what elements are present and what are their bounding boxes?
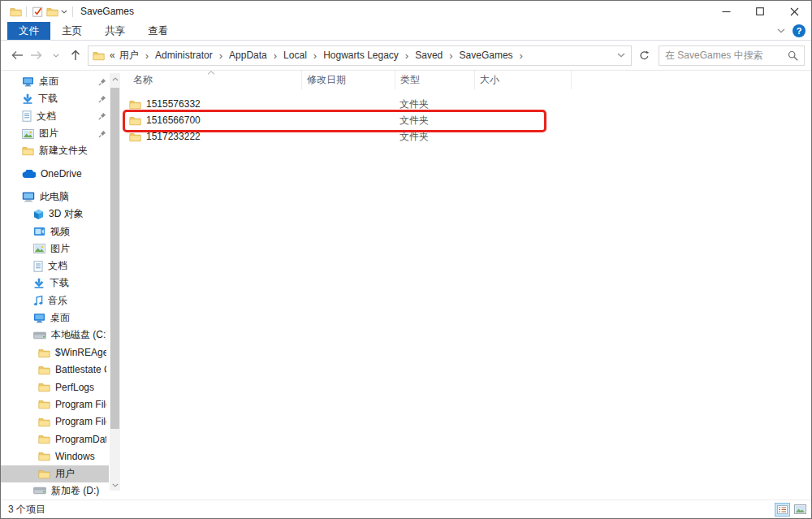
- sidebar-item[interactable]: Program Files: [1, 396, 109, 413]
- sidebar-item[interactable]: 桌面: [1, 309, 109, 327]
- sidebar-item-label: 视频: [50, 225, 70, 239]
- folder-icon: [38, 451, 50, 461]
- ribbon-tab[interactable]: 主页: [50, 22, 93, 40]
- sidebar-item[interactable]: 此电脑: [1, 188, 109, 205]
- folder-icon: [38, 365, 50, 375]
- maximize-button[interactable]: [743, 1, 777, 22]
- sidebar-item[interactable]: 文档: [1, 108, 109, 125]
- breadcrumb-item[interactable]: SaveGames: [458, 50, 515, 61]
- address-dropdown-chevron-icon[interactable]: [611, 46, 631, 65]
- sidebar-item[interactable]: 图片: [1, 240, 109, 257]
- breadcrumb-separator: ›: [400, 50, 413, 62]
- sidebar-item-label: Program Files: [55, 416, 106, 427]
- sidebar-item[interactable]: 音乐: [1, 292, 109, 309]
- sidebar-item-label: 本地磁盘 (C:): [51, 328, 106, 342]
- ribbon-tab[interactable]: 查看: [136, 22, 179, 40]
- column-header-date-modified[interactable]: 修改日期: [301, 71, 395, 89]
- scroll-up-icon[interactable]: [112, 73, 119, 84]
- qat-newfolder-icon[interactable]: [45, 4, 59, 19]
- explorer-body: 桌面下载文档图片新建文件夹OneDrive此电脑3D 对象视频图片文档下载音乐桌…: [1, 71, 811, 500]
- address-folder-icon: [93, 50, 105, 61]
- breadcrumb-item[interactable]: Saved: [413, 50, 444, 61]
- titlebar: SaveGames: [1, 1, 811, 22]
- help-icon[interactable]: ?: [793, 24, 806, 37]
- sidebar-item-label: Program Files: [55, 399, 106, 410]
- refresh-button[interactable]: [632, 45, 656, 66]
- breadcrumb: 用户›Administrator›AppData›Local›Hogwarts …: [118, 49, 528, 63]
- sidebar-item[interactable]: 用户: [1, 465, 109, 482]
- back-button[interactable]: [7, 45, 27, 66]
- sidebar-item[interactable]: Windows: [1, 448, 109, 465]
- sidebar-item[interactable]: 下载: [1, 275, 109, 292]
- scroll-down-icon[interactable]: [110, 479, 120, 491]
- address-bar[interactable]: « 用户›Administrator›AppData›Local›Hogwart…: [88, 45, 632, 66]
- table-row[interactable]: 1517233222文件夹: [123, 128, 811, 145]
- sidebar-item[interactable]: Program Files: [1, 413, 109, 430]
- folder-icon: [38, 434, 50, 444]
- breadcrumb-item[interactable]: AppData: [227, 50, 269, 61]
- folder-icon: [38, 417, 50, 427]
- sidebar-item-label: 新加卷 (D:): [51, 484, 99, 498]
- window-title: SaveGames: [80, 6, 134, 17]
- breadcrumb-item[interactable]: Local: [282, 50, 309, 61]
- folder-icon: [129, 115, 141, 126]
- minimize-button[interactable]: [709, 1, 743, 22]
- thumbnail-view-button[interactable]: [793, 503, 808, 517]
- sidebar-item[interactable]: 图片: [1, 125, 109, 142]
- sidebar-item-label: PerfLogs: [55, 382, 94, 393]
- scrollbar-thumb[interactable]: [110, 88, 119, 429]
- folder-icon: [22, 145, 34, 156]
- close-button[interactable]: [777, 1, 811, 22]
- recent-locations-chevron-icon[interactable]: [46, 45, 66, 66]
- sidebar-item[interactable]: PerfLogs: [1, 378, 109, 396]
- sidebar-item[interactable]: 3D 对象: [1, 205, 109, 223]
- sidebar-item-label: 音乐: [48, 294, 67, 308]
- ribbon-tab[interactable]: 文件: [7, 22, 50, 40]
- breadcrumb-item[interactable]: 用户: [118, 49, 140, 63]
- breadcrumb-item[interactable]: Administrator: [153, 50, 214, 61]
- sidebar-scrollbar[interactable]: [110, 73, 120, 491]
- up-button[interactable]: [66, 45, 85, 66]
- breadcrumb-item[interactable]: Hogwarts Legacy: [322, 50, 400, 61]
- sidebar-item-label: 图片: [39, 127, 58, 141]
- search-icon[interactable]: [788, 50, 798, 61]
- qat-customize-chevron-icon[interactable]: [61, 10, 67, 14]
- sidebar-item[interactable]: 视频: [1, 223, 109, 240]
- download-icon: [33, 278, 45, 288]
- table-row[interactable]: 1516566700文件夹: [123, 112, 811, 128]
- sidebar-item-label: 下载: [50, 276, 69, 290]
- search-input[interactable]: [665, 50, 788, 61]
- forward-button[interactable]: [27, 45, 46, 66]
- sidebar-item[interactable]: 新建文件夹: [1, 142, 109, 159]
- sidebar-item[interactable]: OneDrive: [1, 165, 109, 182]
- file-name: 1515576332: [146, 98, 201, 110]
- drive-icon: [33, 487, 46, 495]
- sidebar-item[interactable]: 下载: [1, 90, 109, 107]
- breadcrumb-separator: ›: [269, 50, 282, 62]
- file-name-cell: 1516566700: [123, 115, 301, 126]
- sidebar-item[interactable]: 文档: [1, 257, 109, 275]
- music-icon: [33, 295, 43, 306]
- sidebar-item[interactable]: 本地磁盘 (C:): [1, 327, 109, 344]
- breadcrumb-separator: ›: [309, 50, 322, 62]
- ribbon-tab[interactable]: 共享: [93, 22, 136, 40]
- table-row[interactable]: 1515576332文件夹: [123, 96, 811, 112]
- column-header-size[interactable]: 大小: [474, 71, 572, 89]
- file-name: 1517233222: [146, 131, 201, 142]
- column-header-type[interactable]: 类型: [395, 71, 474, 89]
- file-name-cell: 1515576332: [123, 98, 301, 110]
- video-icon: [33, 227, 45, 236]
- sort-ascending-icon: [207, 71, 215, 75]
- sidebar-item[interactable]: $WinREAgent: [1, 344, 109, 361]
- sidebar-item[interactable]: 桌面: [1, 73, 109, 90]
- expand-ribbon-chevron-icon[interactable]: [777, 28, 785, 33]
- sidebar-item[interactable]: 新加卷 (D:): [1, 482, 109, 500]
- breadcrumb-separator: ›: [214, 50, 227, 62]
- picture-icon: [33, 244, 45, 253]
- sidebar-item[interactable]: ProgramData: [1, 430, 109, 448]
- type-cell: 文件夹: [395, 114, 474, 128]
- details-view-button[interactable]: [775, 503, 790, 517]
- qat-properties-icon[interactable]: [30, 4, 45, 19]
- navigation-toolbar: « 用户›Administrator›AppData›Local›Hogwart…: [1, 41, 811, 71]
- sidebar-item[interactable]: Battlestate Ga: [1, 361, 109, 378]
